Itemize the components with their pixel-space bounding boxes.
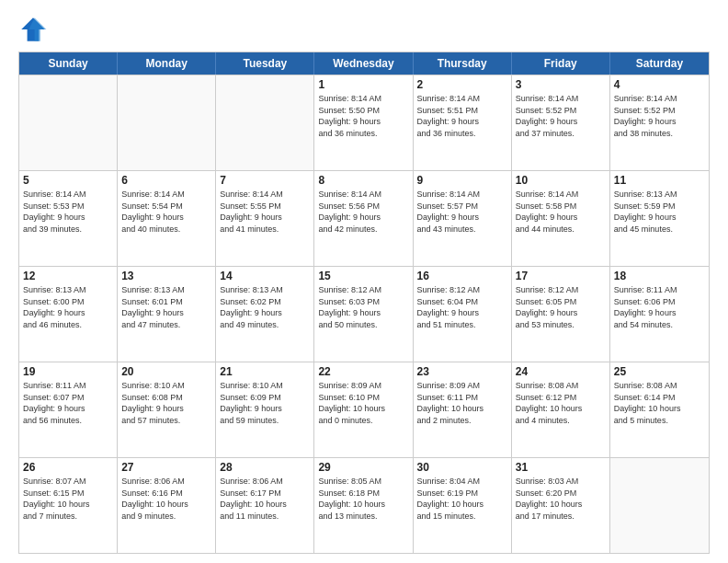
cal-cell-9: 9Sunrise: 8:14 AM Sunset: 5:57 PM Daylig… — [414, 171, 512, 266]
day-number: 2 — [417, 78, 507, 91]
day-info: Sunrise: 8:10 AM Sunset: 6:09 PM Dayligh… — [220, 380, 310, 426]
cal-cell-16: 16Sunrise: 8:12 AM Sunset: 6:04 PM Dayli… — [414, 267, 512, 362]
cal-cell-18: 18Sunrise: 8:11 AM Sunset: 6:06 PM Dayli… — [610, 267, 709, 362]
day-number: 6 — [121, 174, 211, 187]
cal-cell-21: 21Sunrise: 8:10 AM Sunset: 6:09 PM Dayli… — [216, 362, 314, 457]
day-number: 10 — [516, 174, 606, 187]
cal-cell-30: 30Sunrise: 8:04 AM Sunset: 6:19 PM Dayli… — [414, 458, 512, 553]
day-number: 8 — [318, 174, 408, 187]
cal-cell-8: 8Sunrise: 8:14 AM Sunset: 5:56 PM Daylig… — [314, 171, 413, 266]
day-info: Sunrise: 8:14 AM Sunset: 5:52 PM Dayligh… — [614, 93, 705, 139]
day-info: Sunrise: 8:09 AM Sunset: 6:10 PM Dayligh… — [318, 380, 408, 426]
day-info: Sunrise: 8:13 AM Sunset: 6:00 PM Dayligh… — [23, 284, 113, 330]
day-number: 4 — [614, 78, 705, 91]
cal-cell-31: 31Sunrise: 8:03 AM Sunset: 6:20 PM Dayli… — [512, 458, 610, 553]
cal-cell-10: 10Sunrise: 8:14 AM Sunset: 5:58 PM Dayli… — [512, 171, 610, 266]
day-info: Sunrise: 8:09 AM Sunset: 6:11 PM Dayligh… — [417, 380, 507, 426]
day-number: 26 — [23, 461, 113, 474]
day-number: 13 — [121, 270, 211, 282]
header-day-sunday: Sunday — [19, 52, 118, 75]
day-info: Sunrise: 8:12 AM Sunset: 6:04 PM Dayligh… — [417, 284, 507, 330]
day-info: Sunrise: 8:14 AM Sunset: 5:55 PM Dayligh… — [220, 189, 310, 235]
day-number: 3 — [516, 78, 606, 91]
header-day-tuesday: Tuesday — [216, 52, 314, 75]
cal-cell-empty-1 — [118, 75, 216, 170]
cal-cell-25: 25Sunrise: 8:08 AM Sunset: 6:14 PM Dayli… — [610, 362, 709, 457]
logo-icon — [18, 15, 48, 44]
day-number: 25 — [614, 365, 705, 378]
day-info: Sunrise: 8:03 AM Sunset: 6:20 PM Dayligh… — [516, 476, 606, 522]
day-info: Sunrise: 8:13 AM Sunset: 5:59 PM Dayligh… — [614, 189, 705, 235]
cal-row-4: 26Sunrise: 8:07 AM Sunset: 6:15 PM Dayli… — [19, 457, 709, 553]
day-number: 7 — [220, 174, 310, 187]
day-number: 15 — [318, 270, 408, 282]
cal-row-0: 1Sunrise: 8:14 AM Sunset: 5:50 PM Daylig… — [19, 75, 709, 170]
header-day-thursday: Thursday — [414, 52, 512, 75]
day-number: 1 — [318, 78, 408, 91]
day-info: Sunrise: 8:11 AM Sunset: 6:07 PM Dayligh… — [23, 380, 113, 426]
calendar: SundayMondayTuesdayWednesdayThursdayFrid… — [18, 52, 710, 554]
cal-row-1: 5Sunrise: 8:14 AM Sunset: 5:53 PM Daylig… — [19, 170, 709, 266]
cal-cell-28: 28Sunrise: 8:06 AM Sunset: 6:17 PM Dayli… — [216, 458, 314, 553]
day-number: 16 — [417, 270, 507, 282]
calendar-header: SundayMondayTuesdayWednesdayThursdayFrid… — [19, 52, 709, 75]
day-info: Sunrise: 8:04 AM Sunset: 6:19 PM Dayligh… — [417, 476, 507, 522]
calendar-body: 1Sunrise: 8:14 AM Sunset: 5:50 PM Daylig… — [19, 75, 709, 553]
cal-cell-23: 23Sunrise: 8:09 AM Sunset: 6:11 PM Dayli… — [414, 362, 512, 457]
day-info: Sunrise: 8:05 AM Sunset: 6:18 PM Dayligh… — [318, 476, 408, 522]
cal-cell-20: 20Sunrise: 8:10 AM Sunset: 6:08 PM Dayli… — [118, 362, 216, 457]
day-number: 23 — [417, 365, 507, 378]
day-number: 18 — [614, 270, 705, 282]
day-info: Sunrise: 8:13 AM Sunset: 6:02 PM Dayligh… — [220, 284, 310, 330]
day-number: 27 — [121, 461, 211, 474]
cal-cell-14: 14Sunrise: 8:13 AM Sunset: 6:02 PM Dayli… — [216, 267, 314, 362]
cal-cell-empty-0 — [19, 75, 118, 170]
cal-cell-5: 5Sunrise: 8:14 AM Sunset: 5:53 PM Daylig… — [19, 171, 118, 266]
day-number: 28 — [220, 461, 310, 474]
cal-row-3: 19Sunrise: 8:11 AM Sunset: 6:07 PM Dayli… — [19, 362, 709, 457]
cal-cell-26: 26Sunrise: 8:07 AM Sunset: 6:15 PM Dayli… — [19, 458, 118, 553]
day-info: Sunrise: 8:12 AM Sunset: 6:05 PM Dayligh… — [516, 284, 606, 330]
day-number: 21 — [220, 365, 310, 378]
day-info: Sunrise: 8:14 AM Sunset: 5:58 PM Dayligh… — [516, 189, 606, 235]
header — [18, 15, 710, 44]
cal-cell-7: 7Sunrise: 8:14 AM Sunset: 5:55 PM Daylig… — [216, 171, 314, 266]
day-number: 22 — [318, 365, 408, 378]
day-number: 17 — [516, 270, 606, 282]
cal-cell-15: 15Sunrise: 8:12 AM Sunset: 6:03 PM Dayli… — [314, 267, 413, 362]
header-day-friday: Friday — [512, 52, 610, 75]
cal-cell-22: 22Sunrise: 8:09 AM Sunset: 6:10 PM Dayli… — [314, 362, 413, 457]
day-info: Sunrise: 8:11 AM Sunset: 6:06 PM Dayligh… — [614, 284, 705, 330]
cal-cell-19: 19Sunrise: 8:11 AM Sunset: 6:07 PM Dayli… — [19, 362, 118, 457]
day-number: 14 — [220, 270, 310, 282]
day-info: Sunrise: 8:14 AM Sunset: 5:51 PM Dayligh… — [417, 93, 507, 139]
day-info: Sunrise: 8:06 AM Sunset: 6:16 PM Dayligh… — [121, 476, 211, 522]
day-number: 24 — [516, 365, 606, 378]
day-number: 5 — [23, 174, 113, 187]
cal-cell-27: 27Sunrise: 8:06 AM Sunset: 6:16 PM Dayli… — [118, 458, 216, 553]
day-info: Sunrise: 8:07 AM Sunset: 6:15 PM Dayligh… — [23, 476, 113, 522]
page: SundayMondayTuesdayWednesdayThursdayFrid… — [0, 0, 728, 563]
day-number: 20 — [121, 365, 211, 378]
day-number: 29 — [318, 461, 408, 474]
day-info: Sunrise: 8:08 AM Sunset: 6:12 PM Dayligh… — [516, 380, 606, 426]
cal-row-2: 12Sunrise: 8:13 AM Sunset: 6:00 PM Dayli… — [19, 266, 709, 362]
day-info: Sunrise: 8:13 AM Sunset: 6:01 PM Dayligh… — [121, 284, 211, 330]
cal-cell-13: 13Sunrise: 8:13 AM Sunset: 6:01 PM Dayli… — [118, 267, 216, 362]
day-info: Sunrise: 8:14 AM Sunset: 5:54 PM Dayligh… — [121, 189, 211, 235]
cal-cell-empty-6 — [610, 458, 709, 553]
day-info: Sunrise: 8:14 AM Sunset: 5:57 PM Dayligh… — [417, 189, 507, 235]
day-number: 30 — [417, 461, 507, 474]
header-day-monday: Monday — [118, 52, 216, 75]
cal-cell-4: 4Sunrise: 8:14 AM Sunset: 5:52 PM Daylig… — [610, 75, 709, 170]
cal-cell-1: 1Sunrise: 8:14 AM Sunset: 5:50 PM Daylig… — [314, 75, 413, 170]
day-number: 19 — [23, 365, 113, 378]
day-info: Sunrise: 8:12 AM Sunset: 6:03 PM Dayligh… — [318, 284, 408, 330]
day-info: Sunrise: 8:14 AM Sunset: 5:52 PM Dayligh… — [516, 93, 606, 139]
cal-cell-24: 24Sunrise: 8:08 AM Sunset: 6:12 PM Dayli… — [512, 362, 610, 457]
header-day-saturday: Saturday — [610, 52, 709, 75]
day-number: 9 — [417, 174, 507, 187]
cal-cell-empty-2 — [216, 75, 314, 170]
cal-cell-12: 12Sunrise: 8:13 AM Sunset: 6:00 PM Dayli… — [19, 267, 118, 362]
cal-cell-3: 3Sunrise: 8:14 AM Sunset: 5:52 PM Daylig… — [512, 75, 610, 170]
